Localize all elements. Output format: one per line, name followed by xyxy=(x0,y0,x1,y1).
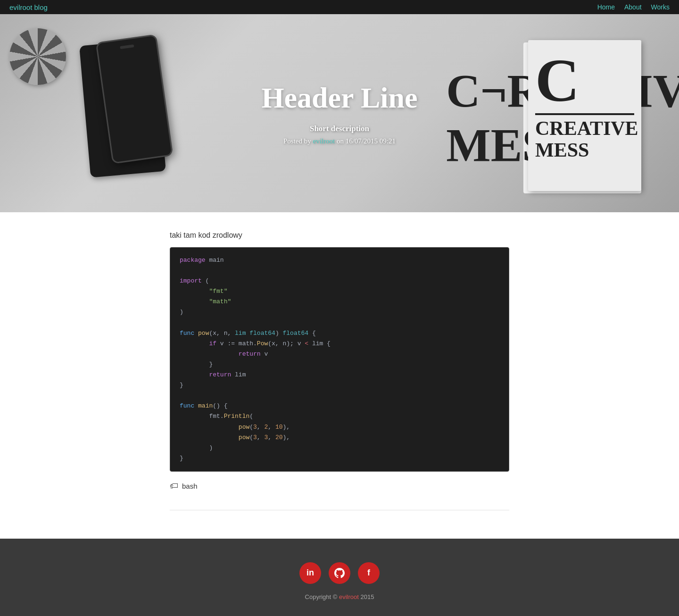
site-logo[interactable]: evilroot blog xyxy=(9,3,48,11)
code-line: pow(3, 3, 20), xyxy=(180,433,499,443)
github-icon[interactable] xyxy=(329,562,350,584)
social-icons: in f xyxy=(9,562,670,584)
code-line: func pow(x, n, lim float64) float64 { xyxy=(180,328,499,339)
code-line: func main() { xyxy=(180,401,499,411)
code-line: ) xyxy=(180,443,499,453)
book-divider xyxy=(535,113,634,115)
hero-meta: Posted by evilroot on 16/07/2015 09:21 xyxy=(261,137,417,145)
code-line: "math" xyxy=(180,297,499,307)
nav-about[interactable]: About xyxy=(624,3,642,11)
main-content: taki tam kod zrodlowy package main impor… xyxy=(160,212,519,539)
code-line: return lim xyxy=(180,370,499,380)
tag-label[interactable]: bash xyxy=(182,482,198,490)
code-line: } xyxy=(180,359,499,370)
code-line: package main xyxy=(180,255,499,266)
code-line: fmt.Println( xyxy=(180,411,499,422)
code-line xyxy=(180,391,499,401)
content-divider xyxy=(170,510,509,510)
tag-icon: 🏷 xyxy=(170,481,178,491)
nav-links: Home About Works xyxy=(597,3,670,11)
lollipop-decoration xyxy=(9,28,66,85)
copyright-year: 2015 xyxy=(359,593,374,600)
code-line xyxy=(180,266,499,276)
facebook-icon[interactable]: f xyxy=(358,562,380,584)
book-word2: MESS xyxy=(535,139,589,161)
book-letter: C xyxy=(535,50,580,111)
code-line: } xyxy=(180,380,499,391)
linkedin-icon[interactable]: in xyxy=(299,562,321,584)
hero-content: Header Line Short description Posted by … xyxy=(261,81,417,145)
copyright-prefix: Copyright © xyxy=(305,593,339,600)
meta-suffix: on 16/07/2015 09:21 xyxy=(335,137,396,145)
code-line xyxy=(180,318,499,328)
nav-works[interactable]: Works xyxy=(651,3,670,11)
footer-author-link[interactable]: evilroot xyxy=(339,593,359,600)
code-line: if v := math.Pow(x, n); v < lim { xyxy=(180,339,499,349)
tags-section: 🏷 bash xyxy=(170,481,509,491)
book-decoration: C CREATIVE MESS xyxy=(528,40,641,191)
code-block: package main import ( "fmt" "math" ) fun… xyxy=(170,247,509,472)
hero-title: Header Line xyxy=(261,81,417,115)
hero-section: C CREATIVE MESS Header Line Short descri… xyxy=(0,14,679,212)
code-line: pow(3, 2, 10), xyxy=(180,422,499,433)
footer: in f Copyright © evilroot 2015 xyxy=(0,539,679,616)
article-intro: taki tam kod zrodlowy xyxy=(170,231,509,240)
author-link[interactable]: evilroot xyxy=(313,137,335,145)
meta-prefix: Posted by xyxy=(283,137,313,145)
nav-home[interactable]: Home xyxy=(597,3,615,11)
book-word1: CREATIVE xyxy=(535,117,638,139)
hero-description: Short description xyxy=(261,124,417,133)
navbar: evilroot blog Home About Works xyxy=(0,0,679,14)
code-line: "fmt" xyxy=(180,286,499,297)
code-line: return v xyxy=(180,349,499,359)
footer-copyright: Copyright © evilroot 2015 xyxy=(9,593,670,600)
code-line: import ( xyxy=(180,276,499,286)
code-line: ) xyxy=(180,307,499,317)
code-line: } xyxy=(180,453,499,464)
